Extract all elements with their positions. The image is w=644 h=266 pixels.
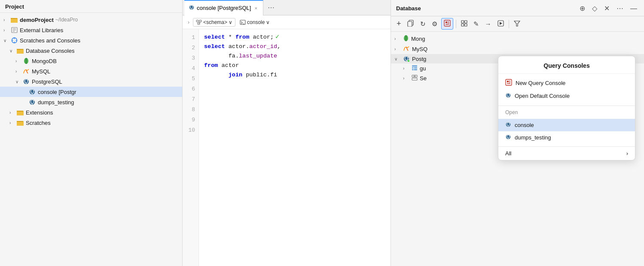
svg-rect-39: [444, 20, 450, 26]
extensions-label: Extensions: [26, 109, 53, 116]
svg-rect-42: [448, 23, 449, 24]
tab-close-button[interactable]: ×: [253, 5, 258, 11]
tree-item-console-pg[interactable]: console [Postgr: [0, 87, 182, 97]
mongo-db-icon: [403, 35, 409, 43]
mysql-db-icon: [403, 45, 410, 53]
tree-item-mongodb[interactable]: › MongoDB: [0, 56, 182, 66]
tree-item-scratches-consoles[interactable]: ∨ Scratches and Consoles: [0, 35, 182, 45]
query-consoles-popup: Query Consoles New Query Console Open De…: [498, 56, 635, 160]
run-icon[interactable]: [495, 19, 506, 29]
folder-icon: [16, 109, 24, 116]
close-icon[interactable]: ✕: [602, 3, 611, 13]
pg-icon: [28, 98, 36, 106]
code-line-1: select * from actor;✓: [204, 33, 385, 42]
popup-console-item[interactable]: console: [498, 119, 635, 131]
tree-item-extensions[interactable]: › Extensions: [0, 107, 182, 118]
code-editor[interactable]: 12345 678910 select * from actor;✓ selec…: [183, 29, 391, 266]
popup-actions-section: New Query Console Open Default Console: [498, 74, 635, 105]
dumps-testing-label: dumps_testing: [38, 99, 74, 106]
grid-icon[interactable]: [459, 19, 470, 29]
scratches-icon: [10, 36, 18, 44]
tree-item-db-consoles[interactable]: ∨ Database Consoles: [0, 45, 182, 56]
code-line-4: fa.last_update: [204, 51, 385, 61]
tree-item-mysql[interactable]: › MySQL: [0, 66, 182, 76]
settings-icon[interactable]: ⚙: [430, 19, 440, 29]
crosshair-icon[interactable]: ⊕: [578, 3, 587, 13]
filter-icon[interactable]: [512, 19, 522, 29]
mysql-icon: [22, 67, 30, 75]
arrow-icon: ›: [15, 69, 21, 74]
mongo-icon: [22, 57, 30, 65]
mongo-db-label: Mong: [411, 36, 425, 42]
svg-point-62: [413, 76, 416, 76]
pg-tab-icon: [189, 4, 195, 12]
popup-all-button[interactable]: All ›: [498, 146, 635, 160]
svg-rect-38: [408, 21, 412, 27]
connection-status-dot: [407, 60, 410, 62]
svg-rect-41: [448, 21, 449, 22]
db-tree-mysql[interactable]: › MySQ: [391, 44, 644, 54]
console-label: console: [247, 19, 265, 25]
line-numbers: 12345 678910: [183, 29, 199, 266]
tree-item-external-libs[interactable]: › External Libraries: [0, 25, 182, 35]
scratches-label: Scratches: [26, 120, 51, 126]
pg-dumps-icon: [505, 134, 511, 141]
db-consoles-label: Database Consoles: [26, 48, 74, 54]
minimize-icon[interactable]: —: [629, 4, 639, 13]
db-tree-mongo[interactable]: › Mong: [391, 33, 644, 44]
pg-icon: [22, 78, 30, 85]
demo-project-label: demoProject: [20, 17, 54, 23]
tree-item-demo-project[interactable]: › demoProject ~/IdeaPro: [0, 15, 182, 25]
nav-forward-icon[interactable]: ›: [186, 18, 191, 26]
tab-more-button[interactable]: ⋯: [265, 3, 277, 12]
tree-item-postgresql[interactable]: ∨ PostgreSQL: [0, 76, 182, 87]
popup-title: Query Consoles: [498, 56, 635, 74]
svg-line-74: [510, 123, 510, 124]
popup-all-arrow-icon: ›: [626, 150, 628, 157]
svg-line-78: [510, 136, 510, 136]
db2-icon: [412, 75, 418, 82]
copy-icon[interactable]: [405, 18, 416, 29]
demo-project-path: ~/IdeaPro: [55, 17, 78, 23]
new-query-console-button[interactable]: New Query Console: [498, 76, 635, 90]
mongodb-label: MongoDB: [32, 58, 57, 64]
more-options-icon[interactable]: ⋯: [615, 3, 625, 13]
postgresql-label: PostgreSQL: [32, 79, 62, 85]
svg-rect-63: [506, 79, 512, 85]
project-panel-title: Project: [0, 0, 182, 13]
project-panel: Project › demoProject ~/IdeaPro › Extern…: [0, 0, 183, 266]
code-content[interactable]: select * from actor;✓ select actor.actor…: [199, 29, 391, 266]
arrow-icon: ›: [15, 59, 21, 63]
add-button[interactable]: +: [394, 18, 403, 30]
svg-rect-66: [509, 82, 510, 83]
console-selector[interactable]: console ∨: [237, 18, 272, 26]
open-default-console-button[interactable]: Open Default Console: [498, 90, 635, 102]
se-label: Se: [420, 75, 427, 82]
refresh-icon[interactable]: ↻: [418, 19, 428, 29]
svg-rect-40: [446, 21, 447, 23]
arrow-icon: ∨: [15, 79, 21, 84]
query-console-icon[interactable]: [441, 18, 453, 30]
tab-console-pg[interactable]: console [PostgreSQL] ×: [184, 0, 263, 15]
popup-dumps-item[interactable]: dumps_testing: [498, 131, 635, 144]
new-query-icon: [505, 79, 512, 87]
jump-icon[interactable]: →: [483, 19, 494, 29]
console-chevron-icon: ∨: [266, 19, 270, 25]
code-line-3: select actor.actor_id,: [204, 42, 385, 51]
arrow-icon: ∨: [3, 38, 9, 43]
schema-selector[interactable]: <schema> ∨: [193, 18, 235, 27]
pg-popup-icon: [505, 92, 511, 100]
edit-icon[interactable]: ✎: [471, 19, 481, 29]
tree-item-dumps-testing[interactable]: dumps_testing: [0, 97, 182, 107]
svg-rect-61: [412, 78, 417, 80]
svg-rect-44: [461, 21, 464, 23]
folder-icon: [16, 119, 24, 127]
svg-rect-65: [509, 81, 510, 82]
toolbar-separator: [456, 20, 456, 28]
popup-open-section: console dumps_testing: [498, 116, 635, 146]
database-toolbar: + ↻ ⚙ ✎ →: [391, 16, 644, 32]
table-icon: [412, 65, 418, 72]
svg-rect-67: [507, 83, 510, 84]
diamond-icon[interactable]: ◇: [590, 3, 599, 13]
tree-item-scratches[interactable]: › Scratches: [0, 118, 182, 128]
